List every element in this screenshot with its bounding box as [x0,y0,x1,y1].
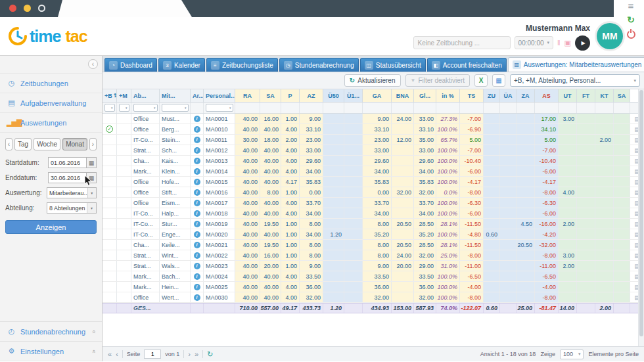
column-header-sa2[interactable]: SA [614,89,630,102]
column-header-ar[interactable]: Ar... [191,89,204,102]
info-icon[interactable]: i [194,179,200,185]
row-select-cell[interactable] [103,145,117,155]
row-select-cell[interactable]: ✓ [103,124,117,134]
row-expand-cell[interactable] [117,271,131,281]
column-header-kt[interactable]: KT [595,89,614,102]
info-icon[interactable]: i [194,168,200,175]
timetac-logo[interactable]: timetac [8,26,87,46]
filter-toggle-button[interactable]: ▼ Filter deaktiviert [405,74,471,87]
row-expand-cell[interactable] [117,156,131,166]
column-header-za[interactable]: ZA [517,89,535,102]
column-header-bna[interactable]: BNA [392,89,414,102]
row-expand-cell[interactable] [117,250,131,260]
table-row[interactable]: OfficeEism...iMA001740.0040.004.0033.703… [103,198,644,208]
column-header-u50[interactable]: Ü50 [323,89,344,102]
column-header-b[interactable]: +B⇅ [103,89,117,102]
anzeigen-button[interactable]: Anzeigen [5,220,97,234]
calendar-icon[interactable]: ▦ [86,157,97,168]
row-expand-cell[interactable] [117,282,131,292]
row-select-cell[interactable] [103,208,117,218]
row-expand-cell[interactable] [117,177,131,187]
table-row[interactable]: OfficeHofe...iMA001540.0040.004.1735.833… [103,177,644,187]
info-icon[interactable]: i [194,252,200,259]
row-select-cell[interactable] [103,271,117,281]
column-header-ra[interactable]: RA [235,89,260,102]
row-select-cell[interactable] [103,166,117,176]
sidebar-item-stundenabrechnung[interactable]: ◴Stundenabrechnung« [0,321,102,341]
row-select-cell[interactable] [103,177,117,187]
column-header-mitarbeiter[interactable]: Mit... [160,89,191,102]
avatar[interactable]: MM [597,23,623,49]
auswertung-select[interactable]: Mitarbeiterau... ▾ [47,187,97,198]
column-header-as[interactable]: AS [535,89,559,102]
table-row[interactable]: Strat...Wint...iMA002240.0016.001.008.00… [103,250,644,261]
row-expand-cell[interactable] [117,145,131,155]
prev-page-button[interactable]: ‹ [116,351,118,357]
table-row[interactable]: IT-Co...Stein...iMA001130.0018.002.0023.… [103,135,644,145]
first-page-button[interactable]: « [108,351,112,357]
column-header-az[interactable]: AZ [300,89,323,102]
refresh-grid-icon[interactable]: ↻ [207,351,213,357]
column-header-ga[interactable]: GA [363,89,392,102]
info-icon[interactable]: i [194,231,200,238]
tab-zeitbuchungsliste[interactable]: ≡Zeitbuchungsliste [206,58,278,72]
column-header-zu[interactable]: ZU [484,89,500,102]
info-icon[interactable]: i [194,242,200,248]
column-header-u1[interactable]: Ü1... [344,89,363,102]
info-icon[interactable]: i [194,158,200,164]
info-icon[interactable]: i [194,116,200,122]
column-filter-select[interactable]: ▾ [104,104,115,112]
period-button-woche[interactable]: Woche [34,138,60,150]
row-expand-cell[interactable] [117,208,131,218]
tab-statusuebersicht[interactable]: ◫Statusübersicht [360,58,426,72]
table-row[interactable]: Mark...Hein...iMA002540.0040.004.0036.00… [103,282,644,292]
table-row[interactable]: Strat...Wals...iMA002340.0020.001.009.00… [103,261,644,271]
info-icon[interactable]: i [194,221,200,227]
column-filter-select[interactable]: ▾ [119,104,129,112]
table-row[interactable]: OfficeMust...iMA000140.0016.001.009.009.… [103,114,644,124]
table-row[interactable]: IT-Co...Stur...iMA001940.0019.501.008.00… [103,219,644,229]
info-icon[interactable]: i [194,263,200,269]
row-select-cell[interactable] [103,292,117,302]
column-header-ua[interactable]: ÜA [500,89,517,102]
sidebar-item-aufgabenverwaltung[interactable]: ▤Aufgabenverwaltung [0,93,102,112]
session-refresh-icon[interactable]: ↻ [627,16,635,24]
row-expand-cell[interactable] [117,229,131,239]
column-header-ts[interactable]: TS [460,89,484,102]
page-number-input[interactable] [144,350,161,359]
column-header-abteilung[interactable]: Ab... [131,89,160,102]
sidebar-item-auswertungen[interactable]: ▂▅▇Auswertungen [0,112,102,133]
row-expand-cell[interactable] [117,240,131,250]
table-row[interactable]: IT-Co...Enge...iMA002040.0040.001.0034.0… [103,229,644,240]
row-select-cell[interactable] [103,219,117,229]
column-filter-select[interactable]: ▾ [162,104,189,112]
current-booking-select[interactable]: Keine Zeitbuchung ... [413,36,511,49]
timer-display[interactable]: 00:00:00 ▾ [515,36,553,49]
row-select-cell[interactable] [103,114,117,124]
columns-button[interactable]: ▦ [492,74,505,87]
scrollbar-thumb[interactable] [639,90,643,336]
period-button-tag[interactable]: Tag [14,138,32,150]
snapshot-icon[interactable]: ▣ [564,39,571,47]
row-select-cell[interactable] [103,261,117,271]
info-icon[interactable]: i [194,137,200,143]
page-size-select[interactable]: 100 ▾ [560,350,584,359]
table-row[interactable]: OfficeStift...iMA001640.008.001.000.000.… [103,187,644,198]
table-row[interactable]: OfficeWert...iMA003040.0040.004.0032.003… [103,292,644,303]
sidebar-collapse-button[interactable]: ‹ [88,59,98,69]
row-select-cell[interactable] [103,198,117,208]
export-excel-button[interactable]: X [474,74,488,87]
row-expand-cell[interactable] [117,124,131,134]
abteilung-select[interactable]: 8 Abteilungen ▾ [47,202,97,214]
row-expand-cell[interactable] [117,261,131,271]
row-select-cell[interactable] [103,229,117,239]
row-expand-cell[interactable] [117,114,131,124]
row-select-cell[interactable] [103,304,117,313]
table-row[interactable]: Cha...Kais...iMA001340.0040.004.0029.602… [103,156,644,166]
row-expand-cell[interactable] [117,135,131,145]
window-maximize-button[interactable] [38,5,45,12]
vertical-scrollbar[interactable] [638,89,644,346]
info-icon[interactable]: i [194,294,200,301]
row-expand-cell[interactable] [117,166,131,176]
info-icon[interactable]: i [194,210,200,217]
